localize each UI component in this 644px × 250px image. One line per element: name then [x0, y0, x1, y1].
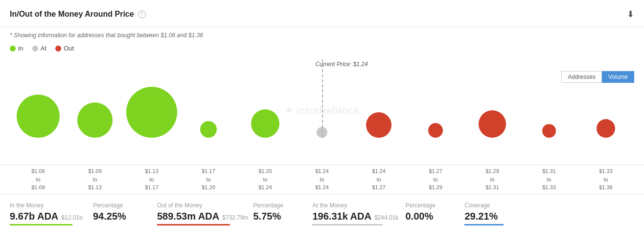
stat-at-pct-label: Percentage	[405, 202, 444, 209]
bubble-col-6	[294, 74, 350, 138]
stat-out-secondary: $732.79m	[222, 214, 248, 221]
stat-out-label: Out of the Money	[157, 202, 248, 209]
divider-line	[322, 59, 323, 138]
stat-in-label: In the Money	[10, 202, 88, 209]
stats-row: In the Money 9.67b ADA $12.01b Percentag…	[0, 194, 644, 233]
bubble-col-9	[464, 74, 521, 138]
stat-coverage-main: 29.21%	[464, 211, 513, 222]
stat-coverage-underline	[464, 224, 504, 225]
price-label-10: $1.31to$1.33	[521, 167, 577, 192]
price-label-6: $1.24to$1.24	[294, 167, 350, 192]
bubble-col-8	[407, 74, 464, 138]
bubble-10	[542, 124, 556, 138]
bubble-col-2	[67, 74, 123, 138]
bubble-3	[126, 87, 177, 138]
stat-at-pct: 0.00%	[405, 211, 444, 222]
stat-at-secondary: $244.01k	[374, 214, 398, 221]
bubbles-container	[10, 62, 634, 138]
bubble-col-10	[521, 74, 577, 138]
bubble-8	[428, 123, 443, 138]
chart-area: Current Price: $1.24 ✦ intotheblock	[0, 57, 644, 165]
price-label-2: $1.09to$1.13	[67, 167, 123, 192]
bubble-col-3	[123, 74, 180, 138]
bubble-1	[17, 95, 60, 138]
bubble-9	[479, 110, 506, 138]
stat-in-pct: 94.25%	[93, 211, 137, 222]
bubble-7	[366, 112, 391, 138]
stat-in-main: 9.67b ADA	[10, 211, 58, 222]
bubble-col-7	[350, 74, 407, 138]
bubble-4	[200, 121, 217, 138]
stat-in-underline	[10, 224, 72, 225]
header-left: In/Out of the Money Around Price ?	[10, 10, 146, 19]
legend-out-dot	[55, 46, 61, 51]
price-label-3: $1.13to$1.17	[123, 167, 180, 192]
legend-at: At	[32, 45, 46, 52]
stat-coverage: Coverage 29.21%	[464, 202, 513, 225]
stat-out-money: Out of the Money 589.53m ADA $732.79m	[157, 202, 248, 225]
stat-in-value-row: 9.67b ADA $12.01b	[10, 211, 88, 222]
bubble-col-4	[180, 74, 237, 138]
stat-out-value-row: 589.53m ADA $732.79m	[157, 211, 248, 222]
stat-at-pct-group: Percentage 0.00%	[405, 202, 444, 222]
chart-title: In/Out of the Money Around Price	[10, 10, 134, 19]
stat-at-value-row: 196.31k ADA $244.01k	[312, 211, 400, 222]
legend-in-label: In	[18, 45, 23, 52]
price-label-9: $1.29to$1.31	[464, 167, 521, 192]
help-icon[interactable]: ?	[138, 10, 146, 18]
stat-out-pct-group: Percentage 5.75%	[253, 202, 292, 222]
stat-at-label: At the Money	[312, 202, 400, 209]
price-label-1: $1.06to$1.09	[10, 167, 67, 192]
price-label-11: $1.33to$1.36	[577, 167, 634, 192]
legend-in: In	[10, 45, 23, 52]
download-icon[interactable]: ⬇	[627, 9, 634, 20]
legend-out-label: Out	[64, 45, 74, 52]
stat-out-underline	[157, 224, 230, 225]
header: In/Out of the Money Around Price ? ⬇	[0, 0, 644, 27]
main-container: In/Out of the Money Around Price ? ⬇ * S…	[0, 0, 644, 250]
stat-out-pct-label: Percentage	[253, 202, 292, 209]
stat-in-money: In the Money 9.67b ADA $12.01b	[10, 202, 88, 225]
price-label-8: $1.27to$1.29	[407, 167, 464, 192]
stat-at-main: 196.31k ADA	[312, 211, 371, 222]
price-label-4: $1.17to$1.20	[180, 167, 237, 192]
stat-out-pct: 5.75%	[253, 211, 292, 222]
subtitle-text: * Showing information for addresses that…	[0, 27, 644, 42]
stat-in-pct-label: Percentage	[93, 202, 137, 209]
price-label-7: $1.24to$1.27	[350, 167, 407, 192]
legend-at-dot	[32, 46, 38, 51]
stat-in-pct-group: Percentage 94.25%	[93, 202, 137, 222]
bubble-2	[77, 102, 113, 138]
legend-in-dot	[10, 46, 16, 51]
stat-coverage-label: Coverage	[464, 202, 513, 209]
legend-out: Out	[55, 45, 74, 52]
price-labels-row: $1.06to$1.09 $1.09to$1.13 $1.13to$1.17 $…	[0, 165, 644, 194]
bubble-5	[251, 109, 279, 138]
legend-at-label: At	[41, 45, 46, 52]
bubble-11	[597, 119, 615, 138]
stat-at-underline	[312, 224, 383, 225]
price-label-5: $1.20to$1.24	[237, 167, 294, 192]
bubble-col-11	[577, 74, 634, 138]
legend: In At Out	[0, 42, 644, 57]
bubble-col-5	[237, 74, 294, 138]
stat-at-money: At the Money 196.31k ADA $244.01k	[312, 202, 400, 225]
stat-out-main: 589.53m ADA	[157, 211, 219, 222]
bubble-col-1	[10, 74, 67, 138]
stat-in-secondary: $12.01b	[61, 214, 82, 221]
